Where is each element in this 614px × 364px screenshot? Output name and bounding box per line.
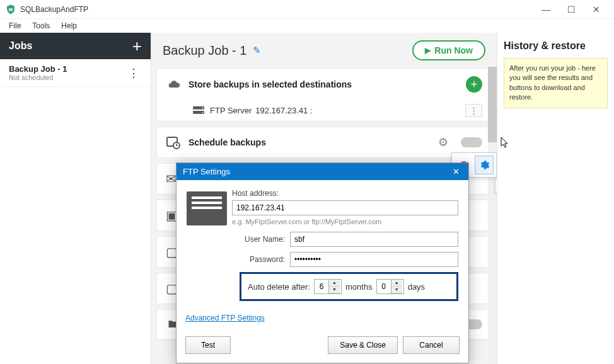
days-down[interactable]: ▼ [391,287,402,293]
app-logo-icon [5,4,16,15]
jobs-header: Jobs + [0,33,151,59]
job-menu-button[interactable]: ⋮ [125,66,142,80]
svg-point-2 [202,107,203,108]
host-label: Host address: [232,189,279,198]
months-label: months [345,282,373,292]
maximize-button[interactable]: ☐ [559,1,584,18]
titlebar: SQLBackupAndFTP — ☐ ✕ [0,0,614,19]
sidebar: Jobs + Backup Job - 1 Not scheduled ⋮ [0,33,151,364]
dialog-close-button[interactable]: ✕ [449,167,462,176]
schedule-gear-icon[interactable]: ⚙ [438,135,448,149]
right-panel: History & restore After you run your job… [497,33,614,364]
close-button[interactable]: ✕ [584,1,609,18]
schedule-title: Schedule backups [188,137,266,147]
ftp-row-menu[interactable]: ⋮ [465,104,482,117]
months-spinner[interactable]: ▲▼ [314,279,342,294]
configure-destination-button[interactable] [475,156,494,174]
dialog-title: FTP Settings [183,167,230,176]
advanced-ftp-link[interactable]: Advanced FTP Settings [185,314,265,322]
days-label: days [408,282,425,292]
dialog-form: Host address: e.g. MyFtptServer.com or f… [240,189,458,301]
auto-delete-row: Auto delete after: ▲▼ months ▲▼ days [240,272,458,301]
svg-point-3 [202,111,203,113]
password-label: Password: [240,255,285,264]
host-hint: e.g. MyFtptServer.com or ftp://MyFtptSer… [232,218,458,225]
history-title: History & restore [504,40,608,52]
run-now-button[interactable]: Run Now [412,40,485,60]
minimize-button[interactable]: — [533,1,559,18]
username-input[interactable] [290,232,458,247]
dialog-buttons: Test Save & Close Cancel [177,331,468,363]
ftp-label: FTP Server [210,106,252,115]
months-up[interactable]: ▲ [329,280,340,287]
menu-file[interactable]: File [4,20,26,31]
history-note: After you run your job - here you will s… [504,58,608,108]
add-destination-button[interactable]: + [466,76,482,93]
schedule-toggle[interactable] [461,137,482,147]
ftp-server-icon [192,106,205,116]
password-input[interactable] [290,252,458,267]
days-input[interactable] [377,280,391,293]
ftp-address: 192.167.23.41 : [255,106,312,115]
dialog-body: Host address: e.g. MyFtptServer.com or f… [177,180,468,307]
cancel-button[interactable]: Cancel [403,336,460,354]
ftp-destination-row: FTP Server 192.167.23.41 : ⋮ [157,100,491,121]
calendar-clock-icon [166,135,181,150]
cloud-icon [166,78,181,91]
username-label: User Name: [240,235,285,244]
window-controls: — ☐ ✕ [533,1,609,18]
jobs-header-label: Jobs [9,40,32,52]
job-name: Backup Job - 1 [9,64,125,74]
dialog-titlebar: FTP Settings ✕ [177,163,468,180]
menu-help[interactable]: Help [56,20,82,31]
days-up[interactable]: ▲ [391,280,402,287]
save-close-button[interactable]: Save & Close [328,336,398,354]
days-spinner[interactable]: ▲▼ [376,279,404,294]
autodel-label: Auto delete after: [248,282,310,292]
app-title: SQLBackupAndFTP [20,5,533,14]
ftp-settings-dialog: FTP Settings ✕ Host address: e.g. MyFtpt… [176,162,469,363]
content-scrollbar[interactable] [488,67,497,364]
add-job-button[interactable]: + [132,37,142,56]
months-input[interactable] [315,280,328,293]
configure-tooltip: Configure FTP Server destination [495,179,497,193]
schedule-card: Schedule backups ⚙ [156,127,492,158]
store-title: Store backups in selected destinations [188,79,352,89]
menu-tools[interactable]: Tools [27,20,55,31]
menubar: File Tools Help [0,19,614,33]
edit-title-icon[interactable]: ✎ [253,45,261,56]
test-button[interactable]: Test [185,336,231,354]
months-down[interactable]: ▼ [329,287,340,293]
ftp-diagram-icon [187,191,227,225]
job-subtitle: Not scheduled [9,74,125,81]
content-header: Backup Job - 1 ✎ Run Now [156,40,492,60]
store-backups-card: Store backups in selected destinations +… [156,68,492,122]
job-item[interactable]: Backup Job - 1 Not scheduled ⋮ [0,59,151,87]
job-item-text: Backup Job - 1 Not scheduled [9,64,125,81]
host-input[interactable] [232,200,458,215]
page-title: Backup Job - 1 [163,43,246,58]
